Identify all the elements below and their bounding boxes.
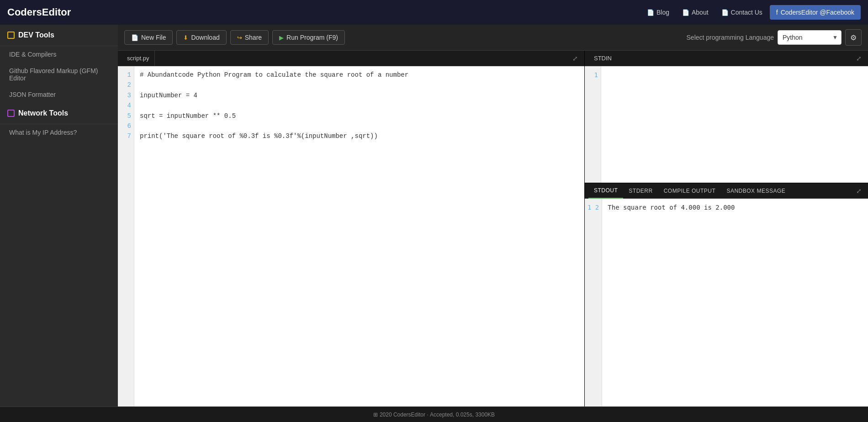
output-line-numbers: 1 2	[585, 199, 602, 406]
contact-link[interactable]: 📄 Contact Us	[716, 6, 768, 19]
language-selector-wrapper: Select programming Language Python C C++…	[687, 29, 862, 46]
language-select[interactable]: Python C C++ Java JavaScript PHP Ruby Go	[778, 30, 842, 45]
stdin-tab-bar: STDIN ⤢	[585, 51, 868, 66]
output-tab-bar: STDOUT STDERR COMPILE OUTPUT SANDBOX MES…	[585, 183, 868, 199]
language-select-container: Python C C++ Java JavaScript PHP Ruby Go…	[778, 30, 842, 45]
stdout-tab[interactable]: STDOUT	[588, 183, 623, 199]
stdin-expand-button[interactable]: ⤢	[853, 54, 864, 63]
output-panel: STDOUT STDERR COMPILE OUTPUT SANDBOX MES…	[585, 183, 868, 406]
code-editor[interactable]: 1 2 3 4 5 6 7 # Abundantcode Python Prog…	[118, 66, 584, 406]
sidebar-item-ip[interactable]: What is My IP Address?	[0, 124, 118, 141]
contact-icon: 📄	[721, 9, 729, 16]
new-file-icon: 📄	[131, 34, 138, 41]
stdin-panel: STDIN ⤢ 1	[585, 51, 868, 183]
editor-expand-button[interactable]: ⤢	[570, 54, 581, 63]
sandbox-message-tab[interactable]: SANDBOX MESSAGE	[721, 183, 791, 199]
blog-icon: 📄	[647, 9, 654, 16]
facebook-button[interactable]: f CodersEditor @Facebook	[770, 5, 861, 20]
about-icon: 📄	[682, 9, 689, 16]
run-icon: ▶	[279, 34, 284, 41]
main-layout: DEV Tools IDE & Compilers Github Flavore…	[0, 25, 868, 406]
new-file-button[interactable]: 📄 New File	[124, 30, 173, 45]
run-button[interactable]: ▶ Run Program (F9)	[272, 30, 345, 45]
gear-icon: ⚙	[850, 33, 857, 42]
sidebar-item-json[interactable]: JSON Formatter	[0, 86, 118, 103]
output-text: The square root of 4.000 is 2.000	[602, 199, 868, 406]
download-icon: ⬇	[183, 34, 188, 41]
settings-button[interactable]: ⚙	[845, 29, 862, 46]
download-button[interactable]: ⬇ Download	[176, 30, 226, 45]
footer-icon: ⊞	[373, 411, 378, 418]
right-panel: STDIN ⤢ 1 STDOUT STDERR COMPILE OUTPUT	[585, 51, 868, 406]
footer: ⊞ 2020 CodersEditor · Accepted, 0.025s, …	[0, 406, 868, 422]
editor-tab-bar: script.py ⤢	[118, 51, 584, 66]
blog-link[interactable]: 📄 Blog	[641, 6, 675, 19]
sidebar: DEV Tools IDE & Compilers Github Flavore…	[0, 25, 118, 406]
share-icon: ↪	[237, 34, 242, 41]
editor-area: script.py ⤢ 1 2 3 4 5 6 7 # Abundantcode…	[118, 51, 868, 406]
top-nav: CodersEditor 📄 Blog 📄 About 📄 Contact Us…	[0, 0, 868, 25]
compile-output-tab[interactable]: COMPILE OUTPUT	[658, 183, 721, 199]
line-numbers: 1 2 3 4 5 6 7	[118, 66, 134, 406]
network-tools-icon	[7, 110, 15, 117]
stderr-tab[interactable]: STDERR	[623, 183, 658, 199]
stdin-tab: STDIN	[588, 51, 617, 66]
share-button[interactable]: ↪ Share	[230, 30, 269, 45]
dev-tools-icon	[7, 32, 15, 39]
code-content[interactable]: # Abundantcode Python Program to calcula…	[134, 66, 584, 406]
stdin-line-numbers: 1	[585, 66, 601, 183]
sidebar-item-gfm[interactable]: Github Flavored Markup (GFM) Editor	[0, 63, 118, 86]
toolbar: 📄 New File ⬇ Download ↪ Share ▶ Run Prog…	[118, 25, 868, 51]
code-editor-wrapper: script.py ⤢ 1 2 3 4 5 6 7 # Abundantcode…	[118, 51, 585, 406]
dev-tools-section: DEV Tools	[0, 25, 118, 46]
output-expand-button[interactable]: ⤢	[853, 186, 864, 195]
sidebar-item-ide[interactable]: IDE & Compilers	[0, 46, 118, 63]
stdin-content: 1	[585, 66, 868, 183]
facebook-icon: f	[776, 9, 778, 16]
stdin-input[interactable]	[601, 66, 868, 183]
nav-links: 📄 Blog 📄 About 📄 Contact Us f CodersEdit…	[641, 5, 861, 20]
app-logo: CodersEditor	[7, 6, 71, 18]
about-link[interactable]: 📄 About	[677, 6, 714, 19]
output-content: 1 2 The square root of 4.000 is 2.000	[585, 199, 868, 406]
editor-tab-script: script.py	[122, 51, 155, 66]
network-tools-section: Network Tools	[0, 103, 118, 124]
content-area: 📄 New File ⬇ Download ↪ Share ▶ Run Prog…	[118, 25, 868, 406]
